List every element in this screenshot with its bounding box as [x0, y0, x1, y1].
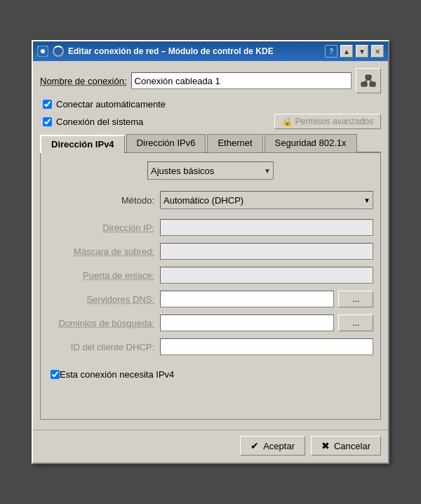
connection-name-label: Nombre de conexión:	[40, 76, 127, 86]
svg-point-1	[41, 49, 45, 53]
cancel-icon: ✖	[321, 440, 330, 451]
tab-ipv4[interactable]: Dirección IPv4	[40, 135, 125, 153]
bottom-buttons: ✔ Aceptar ✖ Cancelar	[33, 430, 388, 463]
method-row: Método: Automático (DHCP) Manual Solo li…	[48, 191, 373, 209]
tabs-container: Dirección IPv4 Dirección IPv6 Ethernet S…	[40, 133, 381, 420]
svg-rect-2	[361, 82, 367, 86]
ip-address-row: Dirección IP:	[48, 219, 373, 236]
subnet-label: Máscara de subred:	[48, 246, 160, 257]
system-connection-row: Conexión del sistema	[40, 117, 143, 127]
minimize-button[interactable]: ▲	[340, 45, 353, 58]
method-select[interactable]: Automático (DHCP) Manual Solo link-local…	[160, 191, 373, 209]
svg-rect-3	[366, 75, 371, 79]
window-content: Nombre de conexión: Conectar automáticam…	[33, 61, 388, 427]
auto-connect-checkbox[interactable]	[43, 100, 52, 109]
dns-row: Servidores DNS: ...	[48, 291, 373, 307]
settings-dropdown-row: Ajustes básicos ▼	[48, 161, 373, 180]
search-button[interactable]: ...	[338, 314, 373, 331]
dhcp-row: ID del cliente DHCP:	[48, 338, 373, 355]
loading-indicator	[53, 46, 64, 57]
method-label: Método:	[48, 195, 160, 206]
gateway-input[interactable]	[160, 267, 373, 284]
accept-button[interactable]: ✔ Aceptar	[240, 436, 305, 456]
gateway-row: Puerta de enlace:	[48, 267, 373, 284]
title-bar-left: Editar conexión de red – Módulo de contr…	[37, 46, 274, 57]
method-select-wrapper: Automático (DHCP) Manual Solo link-local…	[160, 191, 373, 209]
auto-connect-row: Conectar automáticamente	[40, 99, 381, 110]
dns-label: Servidores DNS:	[48, 294, 160, 305]
network-icon-button[interactable]	[356, 68, 381, 93]
ipv4-required-checkbox[interactable]	[51, 370, 60, 379]
settings-select-wrapper: Ajustes básicos ▼	[147, 161, 274, 180]
network-icon	[360, 72, 377, 89]
window-title: Editar conexión de red – Módulo de contr…	[68, 46, 274, 56]
tab-security[interactable]: Seguridad 802.1x	[265, 134, 357, 152]
ip-label: Dirección IP:	[48, 223, 160, 233]
svg-rect-4	[370, 82, 375, 86]
permissions-button[interactable]: 🔒 Permisos avanzados	[274, 114, 381, 129]
search-input[interactable]	[160, 314, 334, 331]
settings-select[interactable]: Ajustes básicos	[147, 161, 274, 180]
system-connection-checkbox[interactable]	[43, 117, 52, 126]
tab-ethernet[interactable]: Ethernet	[207, 134, 262, 152]
close-button[interactable]: ✕	[371, 45, 384, 58]
connection-name-input[interactable]	[131, 72, 352, 89]
system-permissions-row: Conexión del sistema 🔒 Permisos avanzado…	[40, 114, 381, 129]
title-bar: Editar conexión de red – Módulo de contr…	[33, 41, 388, 61]
lock-icon: 🔒	[282, 117, 293, 126]
tabs: Dirección IPv4 Dirección IPv6 Ethernet S…	[40, 133, 381, 153]
cancel-button[interactable]: ✖ Cancelar	[311, 436, 381, 456]
search-label: Dominios de búsqueda:	[48, 318, 160, 329]
title-bar-controls: ? ▲ ▼ ✕	[325, 45, 384, 58]
subnet-input[interactable]	[160, 243, 373, 260]
app-icon	[37, 46, 48, 57]
dhcp-input[interactable]	[160, 338, 373, 355]
svg-line-6	[368, 79, 373, 82]
ip-input[interactable]	[160, 219, 373, 236]
search-domains-row: Dominios de búsqueda: ...	[48, 314, 373, 331]
gateway-label: Puerta de enlace:	[48, 270, 160, 281]
ipv4-required-label: Esta conexión necesita IPv4	[60, 369, 174, 380]
tab-content-ipv4: Ajustes básicos ▼ Método: Automático (DH…	[40, 153, 381, 420]
maximize-button[interactable]: ▼	[356, 45, 368, 58]
auto-connect-label: Conectar automáticamente	[56, 99, 166, 110]
help-button[interactable]: ?	[325, 45, 338, 58]
dns-input[interactable]	[160, 291, 334, 307]
main-window: Editar conexión de red – Módulo de contr…	[32, 40, 389, 464]
dns-button[interactable]: ...	[338, 291, 373, 307]
subnet-row: Máscara de subred:	[48, 243, 373, 260]
system-connection-label: Conexión del sistema	[56, 117, 143, 127]
tab-ipv6[interactable]: Dirección IPv6	[126, 134, 206, 152]
connection-name-row: Nombre de conexión:	[40, 68, 381, 93]
ipv4-required-row: Esta conexión necesita IPv4	[48, 369, 373, 380]
svg-line-5	[364, 79, 368, 82]
accept-icon: ✔	[250, 440, 259, 451]
dhcp-label: ID del cliente DHCP:	[48, 342, 160, 352]
